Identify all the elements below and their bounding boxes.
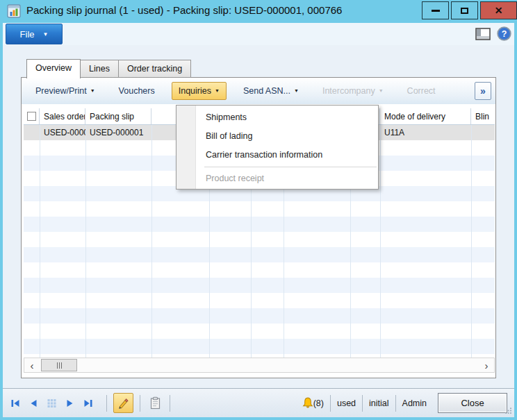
grid-line	[40, 125, 40, 358]
empty-row	[24, 278, 495, 293]
separator	[362, 395, 363, 412]
notification-count: (8)	[313, 398, 324, 408]
cell-sales-order: USED-000004	[40, 125, 85, 140]
chevron-down-icon: ▼	[215, 88, 220, 93]
maximize-button[interactable]	[451, 1, 478, 19]
window-controls: ✕	[420, 1, 517, 19]
inquiries-dropdown-menu: Shipments Bill of lading Carrier transac…	[176, 105, 379, 190]
cell-packing-slip: USED-000001	[85, 125, 151, 140]
empty-row	[24, 232, 495, 247]
toolbar-overflow-button[interactable]: »	[475, 82, 491, 100]
minimize-icon	[432, 10, 440, 12]
column-header-blind[interactable]: Blin	[471, 108, 495, 124]
empty-row	[24, 201, 495, 217]
column-header-sales-order[interactable]: Sales order	[40, 108, 85, 124]
grid-line	[85, 125, 86, 358]
svg-text:?: ?	[502, 29, 507, 39]
horizontal-scrollbar[interactable]: ‹ ›	[24, 358, 495, 373]
menu-item-carrier-transaction-information[interactable]: Carrier transaction information	[177, 146, 378, 165]
separator	[106, 395, 107, 412]
tab-order-tracking[interactable]: Order tracking	[118, 60, 191, 78]
app-icon[interactable]	[7, 4, 21, 18]
grid-line	[151, 125, 152, 358]
empty-row	[24, 293, 495, 308]
first-record-icon[interactable]	[10, 398, 22, 409]
intercompany-button: Intercompany▼	[315, 82, 391, 100]
empty-row	[24, 324, 495, 339]
separator	[330, 395, 331, 412]
column-header-mode-of-delivery[interactable]: Mode of delivery	[380, 108, 471, 124]
minimize-button[interactable]	[422, 1, 449, 19]
correct-button: Correct	[400, 82, 443, 100]
menubar: File▼ ?	[3, 23, 514, 45]
grid-line	[471, 125, 472, 358]
menubar-icons: ?	[475, 26, 511, 41]
preview-print-button[interactable]: Preview/Print▼	[28, 82, 102, 100]
chevron-down-icon: ▼	[294, 88, 299, 93]
pencil-icon	[117, 397, 129, 409]
cell-mode-of-delivery: U11A	[380, 125, 471, 140]
select-all-cell	[24, 108, 40, 124]
chevron-down-icon: ▼	[90, 88, 95, 93]
scrollbar-thumb[interactable]	[41, 359, 77, 371]
chevron-down-icon: ▼	[43, 31, 49, 37]
last-record-icon[interactable]	[82, 398, 94, 409]
empty-row	[24, 262, 495, 278]
resize-grip[interactable]	[504, 407, 512, 414]
separator	[395, 395, 396, 412]
grid-view-icon	[46, 398, 58, 409]
clipboard-icon	[149, 396, 161, 410]
close-window-button[interactable]: ✕	[480, 1, 517, 19]
empty-row	[24, 247, 495, 262]
vouchers-button[interactable]: Vouchers	[112, 82, 162, 100]
select-all-checkbox[interactable]	[27, 112, 36, 121]
column-header-packing-slip[interactable]: Packing slip	[85, 108, 151, 124]
maximize-icon	[461, 8, 468, 14]
empty-row	[24, 308, 495, 324]
menu-item-bill-of-lading[interactable]: Bill of lading	[177, 127, 378, 146]
status-partition: initial	[369, 398, 389, 408]
menu-separator	[204, 167, 377, 167]
statusbar: (8) used initial Admin Close	[3, 388, 514, 417]
app-window: Packing slip journal (1 - used) - Packin…	[0, 0, 517, 420]
paste-button	[147, 394, 163, 413]
tab-lines[interactable]: Lines	[80, 60, 119, 78]
scroll-left-arrow[interactable]: ‹	[24, 358, 40, 372]
tab-overview[interactable]: Overview	[26, 59, 81, 78]
file-menu-label: File	[20, 29, 35, 40]
close-button[interactable]: Close	[438, 393, 507, 413]
chevron-down-icon: ▼	[379, 88, 384, 93]
empty-row	[24, 217, 495, 232]
menu-item-shipments[interactable]: Shipments	[177, 108, 378, 127]
close-icon: ✕	[495, 6, 503, 15]
grid-line	[380, 125, 381, 358]
titlebar: Packing slip journal (1 - used) - Packin…	[0, 0, 517, 23]
bell-icon	[302, 397, 313, 409]
toolbar: Preview/Print▼ Vouchers Inquiries▼ Send …	[22, 78, 495, 104]
tab-strip: Overview Lines Order tracking	[26, 59, 190, 78]
next-record-icon[interactable]	[64, 398, 76, 409]
window-layout-icon[interactable]	[475, 28, 491, 40]
inquiries-button[interactable]: Inquiries▼	[172, 82, 227, 100]
separator	[170, 395, 170, 412]
file-menu-button[interactable]: File▼	[6, 24, 63, 44]
status-user: Admin	[402, 398, 427, 408]
previous-record-icon[interactable]	[28, 398, 40, 409]
edit-record-button[interactable]	[113, 393, 133, 413]
send-asn-button[interactable]: Send ASN...▼	[236, 82, 306, 100]
help-icon[interactable]: ?	[497, 26, 511, 41]
menu-item-product-receipt: Product receipt	[177, 169, 378, 188]
window-title: Packing slip journal (1 - used) - Packin…	[26, 4, 342, 16]
content-area: Overview Lines Order tracking Preview/Pr…	[3, 45, 514, 388]
empty-row	[24, 339, 495, 354]
notifications-button[interactable]: (8)	[302, 397, 324, 409]
separator	[140, 395, 140, 412]
statusbar-right: (8) used initial Admin Close	[302, 393, 507, 413]
scroll-right-arrow[interactable]: ›	[479, 358, 494, 372]
status-company: used	[337, 398, 356, 408]
